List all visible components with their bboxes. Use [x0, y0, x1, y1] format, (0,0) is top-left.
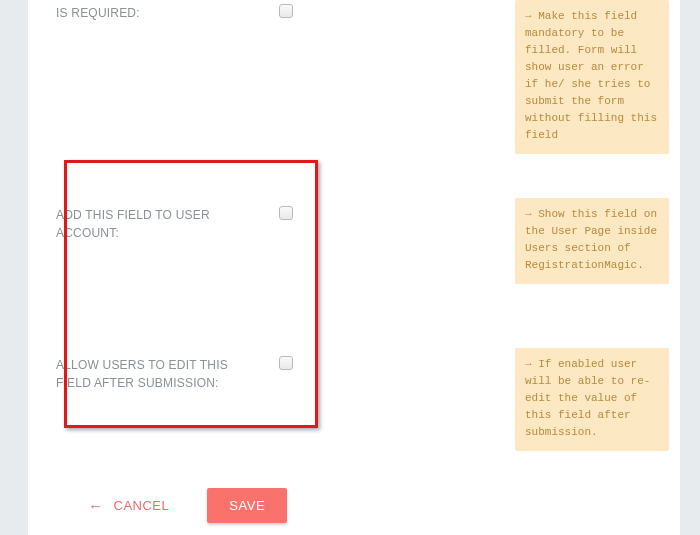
- is-required-label: IS REQUIRED:: [56, 4, 256, 22]
- allow-edit-label: ALLOW USERS TO EDIT THIS FIELD AFTER SUB…: [56, 356, 256, 392]
- is-required-help: → Make this field mandatory to be filled…: [515, 0, 669, 154]
- allow-edit-help: → If enabled user will be able to re-edi…: [515, 348, 669, 451]
- footer: ← CANCEL SAVE: [82, 488, 287, 523]
- add-to-user-account-help: → Show this field on the User Page insid…: [515, 198, 669, 284]
- allow-edit-checkbox[interactable]: [279, 356, 293, 370]
- settings-card: IS REQUIRED: → Make this field mandatory…: [28, 0, 680, 535]
- cancel-label: CANCEL: [114, 498, 170, 513]
- cancel-button[interactable]: ← CANCEL: [82, 490, 175, 521]
- add-to-user-account-label: ADD THIS FIELD TO USER ACCOUNT:: [56, 206, 256, 242]
- is-required-checkbox[interactable]: [279, 4, 293, 18]
- save-button[interactable]: SAVE: [207, 488, 287, 523]
- add-to-user-account-checkbox[interactable]: [279, 206, 293, 220]
- arrow-left-icon: ←: [88, 498, 104, 513]
